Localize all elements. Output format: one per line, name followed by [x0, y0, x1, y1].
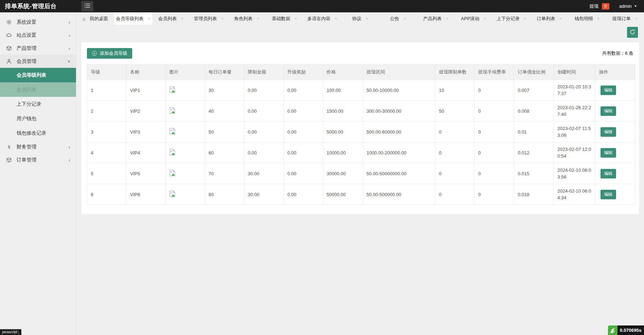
- tab-member-level-list[interactable]: 会员等级列表×: [114, 12, 152, 25]
- withdraw-link[interactable]: 提现 0: [590, 3, 609, 10]
- username: admin: [619, 4, 632, 9]
- sidebar-item-finance-management[interactable]: $财务管理‹: [0, 140, 76, 153]
- edit-button[interactable]: 编辑: [601, 106, 616, 116]
- edit-button[interactable]: 编辑: [601, 127, 616, 137]
- sidebar-item-member-list[interactable]: 会员列表: [0, 82, 76, 97]
- sidebar-item-product-management[interactable]: 产品管理‹: [0, 42, 76, 55]
- cell-withdraw-range: 50.00-500000.00: [363, 184, 435, 205]
- tab-member-list[interactable]: 会员列表×: [152, 12, 190, 25]
- cell-actions: 编辑: [596, 163, 635, 184]
- chevron-left-icon: ‹: [69, 46, 70, 51]
- cell-price: 10000.00: [323, 142, 363, 163]
- broken-image-icon: [169, 170, 175, 176]
- cell-withdraw-fee-rate: 0: [475, 163, 514, 184]
- close-icon[interactable]: ×: [403, 16, 406, 21]
- tab-role-list[interactable]: 角色列表×: [228, 12, 265, 25]
- cell-name: VIP5: [127, 163, 166, 184]
- close-icon[interactable]: ×: [484, 16, 486, 21]
- cell-withdraw-limit-count: 0: [435, 184, 475, 205]
- edit-button[interactable]: 编辑: [601, 148, 616, 158]
- cell-price: 100.00: [323, 80, 363, 101]
- close-icon[interactable]: ×: [257, 16, 259, 21]
- cell-limit-amount: 0.00: [244, 80, 284, 101]
- sidebar-item-wallet-edit-records[interactable]: 钱包修改记录: [0, 126, 76, 140]
- close-icon[interactable]: ×: [365, 16, 368, 21]
- cell-commission-ratio: 0.007: [514, 80, 554, 101]
- sidebar-item-user-wallet[interactable]: 用户钱包: [0, 111, 76, 126]
- trace-bar: 0.070695s: [608, 325, 644, 335]
- tab-order-list[interactable]: 订单列表×: [531, 12, 568, 25]
- sidebar-item-order-management[interactable]: 订单管理‹: [0, 153, 76, 166]
- cell-withdraw-fee-rate: 0: [475, 101, 514, 122]
- sidebar-item-member-level-list[interactable]: 会员等级列表: [0, 68, 76, 82]
- column-header: 图片: [166, 65, 205, 80]
- sidebar-item-updown-records[interactable]: 上下分记录: [0, 97, 76, 111]
- table-row: 1VIP1300.000.00100.0050.00-10000.001000.…: [87, 80, 635, 101]
- cell-daily-orders: 70: [205, 163, 244, 184]
- cell-commission-ratio: 0.012: [514, 142, 554, 163]
- column-header: 升级奖励: [284, 65, 323, 80]
- column-header: 提现区间: [363, 65, 435, 80]
- cell-withdraw-fee-rate: 0: [475, 80, 514, 101]
- tab-product-list[interactable]: 产品列表×: [417, 12, 455, 25]
- tab-agreement[interactable]: 协议×: [341, 12, 379, 25]
- close-icon[interactable]: ×: [181, 16, 184, 21]
- cell-commission-ratio: 0.018: [514, 184, 554, 205]
- cube-icon: [6, 157, 12, 163]
- cell-daily-orders: 60: [205, 142, 244, 163]
- user-menu[interactable]: admin ▼: [619, 4, 637, 9]
- close-icon[interactable]: ×: [294, 16, 297, 21]
- trace-logo-icon[interactable]: [608, 325, 617, 335]
- cell-name: VIP4: [127, 142, 166, 163]
- close-icon[interactable]: ×: [524, 16, 527, 21]
- close-icon[interactable]: ×: [635, 16, 638, 21]
- column-header: 名称: [127, 65, 166, 80]
- tab-my-desktop[interactable]: ⌂我的桌面: [76, 12, 114, 25]
- column-header: 提现限制单数: [435, 65, 475, 80]
- cell-name: VIP3: [127, 122, 166, 142]
- close-icon[interactable]: ×: [446, 16, 449, 21]
- cell-level: 6: [87, 184, 127, 205]
- tab-updown-records[interactable]: 上下分记录×: [493, 12, 531, 25]
- sidebar-subitem-label: 会员列表: [17, 87, 36, 93]
- edit-button[interactable]: 编辑: [601, 169, 616, 178]
- cell-level: 3: [87, 122, 127, 142]
- edit-button[interactable]: 编辑: [601, 190, 616, 199]
- cell-withdraw-limit-count: 0: [435, 142, 475, 163]
- sidebar-toggle-button[interactable]: [81, 1, 93, 11]
- cell-withdraw-range: 50.00-50000000.00: [363, 163, 435, 184]
- tab-basic-data[interactable]: 基础数据×: [265, 12, 303, 25]
- cell-name: VIP2: [127, 101, 166, 122]
- sidebar-item-system-settings[interactable]: 系统设置‹: [0, 16, 76, 29]
- main-area: ⌂我的桌面会员等级列表×会员列表×管理员列表×角色列表×基础数据×多语言内容×协…: [76, 12, 644, 335]
- chevron-left-icon: ‹: [69, 144, 70, 149]
- sidebar-item-site-settings[interactable]: 站点设置‹: [0, 29, 76, 42]
- tab-admin-list[interactable]: 管理员列表×: [190, 12, 228, 25]
- add-member-level-button[interactable]: + 添加会员等级: [87, 48, 132, 59]
- cell-upgrade-reward: 0.00: [284, 184, 323, 205]
- close-icon[interactable]: ×: [335, 16, 338, 21]
- cell-limit-amount: 30.00: [244, 163, 284, 184]
- top-header: 排单系统-管理后台 提现 0 admin ▼: [0, 0, 644, 12]
- sidebar-item-label: 财务管理: [17, 144, 69, 150]
- close-icon[interactable]: ×: [148, 16, 151, 21]
- tab-multilingual-content[interactable]: 多语言内容×: [303, 12, 341, 25]
- table-row: 4VIP4600.000.0010000.001000.00-200000.00…: [87, 142, 635, 163]
- refresh-button[interactable]: [627, 27, 638, 38]
- edit-button[interactable]: 编辑: [601, 86, 616, 95]
- exec-time-label: 0.070695s: [617, 325, 644, 335]
- sidebar-item-member-management[interactable]: 会员管理∨: [0, 55, 76, 68]
- cell-upgrade-reward: 0.00: [284, 122, 323, 142]
- tab-announcement[interactable]: 公告×: [379, 12, 417, 25]
- close-icon[interactable]: ×: [597, 16, 600, 21]
- tab-label: 订单列表: [537, 16, 555, 22]
- layout-body: 系统设置‹站点设置‹产品管理‹会员管理∨会员等级列表会员列表上下分记录用户钱包钱…: [0, 12, 644, 335]
- cube-icon: [6, 45, 12, 52]
- close-icon[interactable]: ×: [559, 16, 562, 21]
- cell-withdraw-range: 1000.00-200000.00: [363, 142, 435, 163]
- tab-wallet-detail[interactable]: 钱包明细×: [568, 12, 606, 25]
- tab-withdraw-orders[interactable]: 提现订单×: [606, 12, 644, 25]
- sidebar-item-label: 订单管理: [17, 157, 69, 163]
- tab-app-scroll[interactable]: APP滚动×: [455, 12, 493, 25]
- close-icon[interactable]: ×: [221, 16, 224, 21]
